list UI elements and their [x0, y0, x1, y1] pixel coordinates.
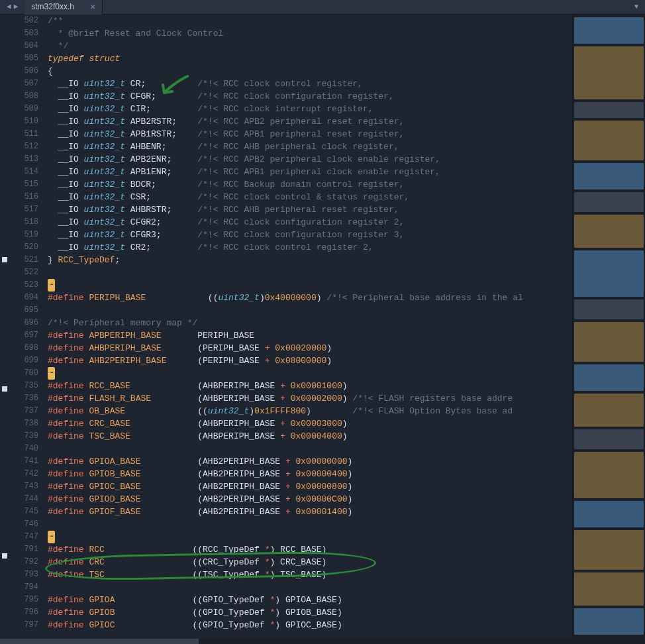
bookmark-slot[interactable]: [0, 616, 9, 629]
bookmark-slot[interactable]: [0, 166, 9, 178]
code-line[interactable]: #define AHB2PERIPH_BASE (PERIPH_BASE + 0…: [48, 354, 572, 367]
code-line[interactable]: } RCC_TypeDef;: [48, 254, 572, 266]
bookmark-slot[interactable]: [0, 604, 9, 616]
horizontal-scrollbar[interactable]: [0, 639, 645, 644]
bookmark-slot[interactable]: [0, 399, 9, 411]
bookmark-slot[interactable]: [0, 474, 9, 487]
code-line[interactable]: #define GPIOC_BASE (AHB2PERIPH_BASE + 0x…: [48, 480, 572, 493]
bookmark-slot[interactable]: [0, 500, 9, 512]
code-line[interactable]: /*!< Peripheral memory map */: [48, 317, 572, 329]
bookmark-slot[interactable]: [0, 437, 9, 449]
code-line[interactable]: __IO uint32_t APB1ENR; /*!< RCC APB1 per…: [48, 166, 572, 178]
bookmark-slot[interactable]: [0, 203, 9, 216]
bookmark-slot[interactable]: [0, 27, 9, 40]
close-icon[interactable]: ✕: [90, 1, 95, 13]
code-line[interactable]: #define FLASH_R_BASE (AHBPERIPH_BASE + 0…: [48, 392, 572, 405]
bookmark-slot[interactable]: [0, 103, 9, 115]
bookmark-slot[interactable]: [0, 191, 9, 203]
code-line[interactable]: /**: [48, 15, 572, 27]
bookmark-slot[interactable]: [0, 333, 9, 345]
code-line[interactable]: [48, 581, 572, 594]
code-line[interactable]: __IO uint32_t CR; /*!< RCC clock control…: [48, 78, 572, 90]
bookmark-slot[interactable]: [0, 78, 9, 90]
bookmark-slot[interactable]: [0, 512, 9, 525]
bookmark-slot[interactable]: [0, 487, 9, 500]
code-line[interactable]: {: [48, 65, 572, 78]
bookmark-slot[interactable]: [0, 345, 9, 358]
bookmark-slot[interactable]: [0, 52, 9, 65]
bookmark-slot[interactable]: [0, 128, 9, 140]
code-line[interactable]: __IO uint32_t CSR; /*!< RCC clock contro…: [48, 191, 572, 203]
code-line[interactable]: #define GPIOF_BASE (AHB2PERIPH_BASE + 0x…: [48, 506, 572, 518]
bookmark-slot[interactable]: [0, 358, 9, 370]
minimap[interactable]: [572, 15, 645, 639]
code-line[interactable]: #define PERIPH_BASE ((uint32_t)0x4000000…: [48, 292, 572, 304]
tab-menu-icon[interactable]: ▼: [634, 1, 645, 13]
bookmark-slot[interactable]: [0, 115, 9, 128]
code-line[interactable]: __IO uint32_t AHBENR; /*!< RCC AHB perip…: [48, 140, 572, 153]
tab-file[interactable]: stm32f0xx.h ✕: [25, 0, 103, 15]
code-line[interactable]: __IO uint32_t CFGR; /*!< RCC clock confi…: [48, 90, 572, 103]
code-line[interactable]: #define APBPERIPH_BASE PERIPH_BASE: [48, 329, 572, 342]
bookmark-slot[interactable]: [0, 216, 9, 229]
bookmark-slot[interactable]: [0, 320, 9, 333]
code-line[interactable]: __IO uint32_t CR2; /*!< RCC clock contro…: [48, 241, 572, 254]
code-line[interactable]: [48, 518, 572, 531]
bookmark-slot[interactable]: [0, 65, 9, 78]
fold-marker-icon[interactable]: ⋯: [48, 531, 55, 543]
code-line[interactable]: #define TSC ((TSC_TypeDef *) TSC_BASE): [48, 568, 572, 581]
bookmark-slot[interactable]: [0, 566, 9, 578]
bookmark-slot[interactable]: [0, 270, 9, 282]
code-line[interactable]: #define GPIOB_BASE (AHB2PERIPH_BASE + 0x…: [48, 468, 572, 480]
bookmark-slot[interactable]: [0, 553, 9, 566]
code-line[interactable]: */: [48, 40, 572, 52]
code-line[interactable]: __IO uint32_t CFGR2; /*!< RCC clock conf…: [48, 216, 572, 229]
bookmark-slot[interactable]: [0, 229, 9, 241]
bookmark-slot[interactable]: [0, 411, 9, 424]
bookmark-slot[interactable]: [0, 370, 9, 383]
fold-marker-icon[interactable]: ⋯: [48, 367, 55, 380]
bookmark-slot[interactable]: [0, 525, 9, 537]
bookmark-slot[interactable]: [0, 241, 9, 254]
code-line[interactable]: #define GPIOC ((GPIO_TypeDef *) GPIOC_BA…: [48, 619, 572, 631]
code-line[interactable]: __IO uint32_t APB2ENR; /*!< RCC APB2 per…: [48, 153, 572, 166]
bookmark-slot[interactable]: [0, 591, 9, 604]
code-line[interactable]: #define GPIOB ((GPIO_TypeDef *) GPIOB_BA…: [48, 606, 572, 619]
bookmark-slot[interactable]: [0, 257, 9, 270]
code-line[interactable]: #define CRC_BASE (AHBPERIPH_BASE + 0x000…: [48, 417, 572, 430]
code-view[interactable]: /** * @brief Reset and Clock Control */t…: [42, 15, 572, 639]
code-line[interactable]: __IO uint32_t BDCR; /*!< RCC Backup doma…: [48, 178, 572, 191]
code-line[interactable]: * @brief Reset and Clock Control: [48, 27, 572, 40]
code-line[interactable]: __IO uint32_t APB2RSTR; /*!< RCC APB2 pe…: [48, 115, 572, 128]
code-line[interactable]: __IO uint32_t AHBRSTR; /*!< RCC AHB peri…: [48, 203, 572, 216]
code-line[interactable]: #define OB_BASE ((uint32_t)0x1FFFF800) /…: [48, 405, 572, 417]
code-line[interactable]: #define GPIOA_BASE (AHB2PERIPH_BASE + 0x…: [48, 455, 572, 468]
code-line[interactable]: ⋯: [48, 531, 572, 543]
code-line[interactable]: typedef struct: [48, 52, 572, 65]
bookmark-slot[interactable]: [0, 307, 9, 320]
code-line[interactable]: #define GPIOA ((GPIO_TypeDef *) GPIOA_BA…: [48, 594, 572, 606]
scrollbar-thumb[interactable]: [0, 639, 199, 644]
code-line[interactable]: #define AHBPERIPH_BASE (PERIPH_BASE + 0x…: [48, 342, 572, 354]
bookmark-slot[interactable]: [0, 449, 9, 462]
fold-marker-icon[interactable]: ⋯: [48, 279, 55, 292]
bookmark-slot[interactable]: [0, 153, 9, 166]
code-line[interactable]: [48, 304, 572, 317]
code-line[interactable]: #define RCC ((RCC_TypeDef *) RCC_BASE): [48, 543, 572, 556]
code-line[interactable]: [48, 443, 572, 455]
code-line[interactable]: #define GPIOD_BASE (AHB2PERIPH_BASE + 0x…: [48, 493, 572, 506]
bookmark-slot[interactable]: [0, 386, 9, 399]
bookmark-slot[interactable]: [0, 424, 9, 437]
code-line[interactable]: __IO uint32_t APB1RSTR; /*!< RCC APB1 pe…: [48, 128, 572, 140]
bookmark-slot[interactable]: [0, 282, 9, 295]
code-line[interactable]: __IO uint32_t CFGR3; /*!< RCC clock conf…: [48, 229, 572, 241]
nav-forward-icon[interactable]: ▶: [13, 1, 20, 13]
code-line[interactable]: #define CRC ((CRC_TypeDef *) CRC_BASE): [48, 556, 572, 568]
bookmark-slot[interactable]: [0, 295, 9, 307]
code-line[interactable]: [48, 266, 572, 279]
bookmark-slot[interactable]: [0, 537, 9, 550]
bookmark-slot[interactable]: [0, 90, 9, 103]
bookmark-slot[interactable]: [0, 40, 9, 52]
code-line[interactable]: ⋯: [48, 367, 572, 380]
nav-back-icon[interactable]: ◀: [5, 1, 13, 13]
